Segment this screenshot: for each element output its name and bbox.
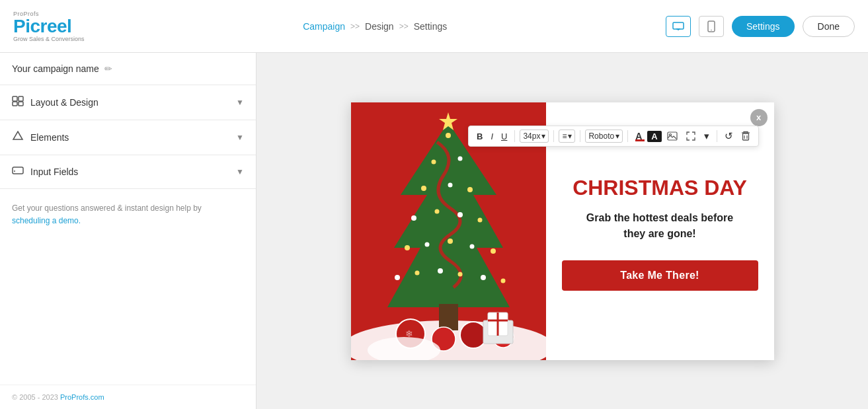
elements-chevron-icon: ▼ [236,133,244,142]
logo-picreel: Picreel [13,17,85,36]
svg-point-30 [477,217,482,222]
layout-design-header[interactable]: Layout & Design ▼ [0,85,256,120]
mobile-view-button[interactable] [699,16,724,37]
logo-tagline: Grow Sales & Conversions [13,36,85,42]
text-bg-color-button[interactable]: A [647,131,661,142]
underline-button[interactable]: U [498,130,510,143]
toolbar-sep-5 [717,130,717,142]
align-select[interactable]: ≡ ▾ [559,130,575,143]
italic-button[interactable]: I [488,130,496,143]
elements-icon [12,131,24,144]
done-button[interactable]: Done [803,16,855,37]
demo-link[interactable]: scheduling a demo. [12,216,81,225]
header: ProProfs Picreel Grow Sales & Conversion… [0,0,868,53]
sidebar-help: Get your questions answered & instant de… [0,189,256,241]
input-fields-header[interactable]: Input Fields ▼ [0,155,256,188]
content-area: B I U 34px ▾ ≡ ▾ Roboto ▾ A [256,53,868,409]
settings-button[interactable]: Settings [732,16,795,37]
svg-point-4 [711,29,712,30]
layout-design-label: Layout & Design [30,97,99,108]
delete-button[interactable] [738,130,753,143]
elements-label: Elements [30,132,69,143]
toolbar-sep-2 [553,130,554,142]
svg-point-39 [457,272,462,276]
font-family-chevron: ▾ [615,131,619,141]
input-fields-section: Input Fields ▼ [0,155,256,189]
input-fields-label: Input Fields [30,167,78,177]
expand-icon: ▾ [704,130,709,142]
svg-point-26 [467,187,473,192]
breadcrumb-sep1: >> [350,22,360,31]
svg-point-34 [469,244,474,248]
svg-rect-12 [668,132,677,140]
header-actions: Settings Done [666,16,855,37]
svg-rect-5 [13,96,17,101]
svg-point-35 [491,248,496,254]
text-editor-toolbar: B I U 34px ▾ ≡ ▾ Roboto ▾ A [468,126,759,147]
breadcrumb-settings[interactable]: Settings [414,21,448,32]
svg-rect-7 [13,102,17,106]
main-layout: Your campaign name ✏ Layout & Design ▼ [0,53,868,409]
svg-marker-9 [13,131,22,139]
svg-point-33 [448,239,453,244]
logo: ProProfs Picreel Grow Sales & Conversion… [13,11,85,42]
svg-point-45 [460,322,487,348]
layout-design-section: Layout & Design ▼ [0,85,256,120]
font-family-select[interactable]: Roboto ▾ [585,130,623,143]
elements-header[interactable]: Elements ▼ [0,120,256,155]
resize-button[interactable] [683,130,699,143]
svg-point-25 [448,182,452,187]
sidebar: Your campaign name ✏ Layout & Design ▼ [0,53,256,409]
breadcrumb: Campaign >> Design >> Settings [303,21,447,32]
popup-cta-button[interactable]: Take Me There! [562,260,758,291]
svg-rect-6 [19,96,23,101]
svg-rect-20 [439,304,458,330]
svg-point-38 [438,268,443,274]
insert-image-button[interactable] [664,130,680,142]
svg-point-23 [457,156,462,161]
desktop-view-button[interactable] [666,16,691,37]
text-color-button[interactable]: A [633,130,645,143]
undo-icon: ↺ [725,130,733,142]
svg-point-41 [500,278,505,283]
popup-title: CHRISTMAS DAY [572,176,747,200]
align-chevron: ▾ [568,131,572,141]
breadcrumb-sep2: >> [399,22,409,31]
svg-point-31 [405,245,410,250]
elements-section: Elements ▼ [0,120,256,155]
svg-point-22 [431,159,436,164]
svg-rect-8 [19,102,23,106]
font-size-select[interactable]: 34px ▾ [520,130,549,143]
text-color-underline [635,139,645,141]
breadcrumb-campaign[interactable]: Campaign [303,21,345,32]
align-icon: ≡ [562,131,567,141]
toolbar-sep-1 [514,130,515,142]
input-fields-icon [12,166,24,178]
footer-copyright: © 2005 - 2023 [12,393,60,401]
svg-point-21 [446,133,451,138]
bold-button[interactable]: B [474,130,485,143]
font-family-value: Roboto [588,131,614,141]
edit-campaign-name-icon[interactable]: ✏ [104,63,112,74]
svg-rect-0 [673,22,684,29]
toolbar-sep-4 [627,130,628,142]
text-bg-a-icon: A [651,131,657,141]
sidebar-footer: © 2005 - 2023 ProProfs.com [0,385,256,409]
footer-proprofs-link[interactable]: ProProfs.com [60,393,104,401]
undo-button[interactable]: ↺ [722,129,736,143]
svg-point-40 [481,275,486,280]
expand-button[interactable]: ▾ [701,129,712,143]
layout-design-chevron-icon: ▼ [236,98,244,107]
svg-rect-14 [742,133,748,140]
svg-point-37 [414,270,419,275]
campaign-name-text: Your campaign name [12,63,99,74]
svg-point-32 [424,242,429,246]
breadcrumb-design[interactable]: Design [365,21,394,32]
svg-point-24 [421,186,426,191]
svg-point-36 [395,275,400,280]
help-text: Get your questions answered & instant de… [12,204,202,213]
popup-close-button[interactable]: x [750,109,768,126]
svg-point-29 [457,212,463,217]
input-fields-chevron-icon: ▼ [236,167,244,176]
layout-design-icon [12,96,24,109]
